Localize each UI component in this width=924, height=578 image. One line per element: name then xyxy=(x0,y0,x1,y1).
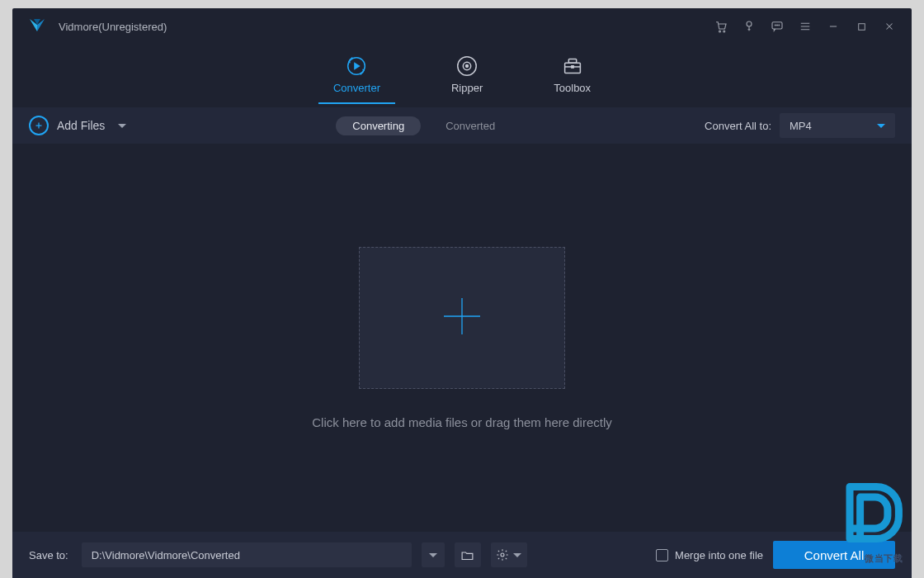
format-value: MP4 xyxy=(790,120,812,132)
format-select[interactable]: MP4 xyxy=(780,113,895,138)
svg-point-0 xyxy=(719,31,721,32)
tab-label: Converter xyxy=(333,82,380,94)
path-dropdown-button[interactable] xyxy=(422,542,445,567)
svg-point-6 xyxy=(779,25,780,26)
key-icon[interactable] xyxy=(735,14,763,39)
svg-point-5 xyxy=(777,25,778,26)
convert-all-button[interactable]: Convert All xyxy=(773,541,895,569)
subbar: Add Files Converting Converted Convert A… xyxy=(12,107,912,144)
convert-all-to-label: Convert All to: xyxy=(705,120,771,132)
drop-zone[interactable] xyxy=(359,247,565,389)
svg-point-4 xyxy=(775,25,776,26)
ripper-icon xyxy=(455,54,479,78)
status-converting[interactable]: Converting xyxy=(336,116,421,135)
drop-instruction: Click here to add media files or drag th… xyxy=(312,415,612,429)
svg-point-1 xyxy=(724,31,725,32)
titlebar: Vidmore(Unregistered) xyxy=(12,8,912,45)
cart-icon[interactable] xyxy=(707,14,735,39)
maximize-button[interactable] xyxy=(847,14,875,39)
close-button[interactable] xyxy=(875,14,903,39)
merge-label: Merge into one file xyxy=(675,549,763,561)
save-path-value: D:\Vidmore\Vidmore\Converted xyxy=(92,549,240,561)
top-tabs: Converter Ripper Toolbox xyxy=(12,45,912,107)
save-path-field[interactable]: D:\Vidmore\Vidmore\Converted xyxy=(82,542,412,567)
tab-label: Toolbox xyxy=(554,82,591,94)
checkbox-icon xyxy=(656,549,668,561)
status-converted[interactable]: Converted xyxy=(446,120,495,132)
svg-rect-16 xyxy=(568,59,576,63)
svg-rect-17 xyxy=(571,65,574,69)
tab-ripper[interactable]: Ripper xyxy=(433,50,501,102)
tab-converter[interactable]: Converter xyxy=(315,50,398,102)
bottombar: Save to: D:\Vidmore\Vidmore\Converted Me… xyxy=(12,532,912,578)
chevron-down-icon xyxy=(877,124,885,128)
svg-marker-9 xyxy=(355,62,361,69)
window-title: Vidmore(Unregistered) xyxy=(59,21,167,33)
converter-icon xyxy=(344,54,369,78)
svg-point-14 xyxy=(466,64,469,67)
svg-point-18 xyxy=(501,553,504,557)
add-files-label: Add Files xyxy=(57,119,105,132)
toolbox-icon xyxy=(560,54,585,78)
convert-all-label: Convert All xyxy=(804,548,865,562)
plus-circle-icon xyxy=(29,116,49,135)
chevron-down-icon xyxy=(118,124,126,128)
settings-button[interactable] xyxy=(491,542,527,567)
svg-rect-7 xyxy=(858,23,865,30)
svg-point-2 xyxy=(747,21,752,26)
browse-folder-button[interactable] xyxy=(455,542,481,567)
minimize-button[interactable] xyxy=(819,14,847,39)
chevron-down-icon xyxy=(513,553,521,557)
tab-label: Ripper xyxy=(451,82,483,94)
app-logo xyxy=(27,17,47,36)
feedback-icon[interactable] xyxy=(763,14,791,39)
main-area: Click here to add media files or drag th… xyxy=(12,144,912,532)
plus-icon xyxy=(441,295,483,341)
menu-icon[interactable] xyxy=(791,14,819,39)
merge-checkbox[interactable]: Merge into one file xyxy=(656,549,763,561)
save-to-label: Save to: xyxy=(29,549,68,561)
chevron-down-icon xyxy=(429,553,437,557)
add-files-button[interactable]: Add Files xyxy=(29,116,126,135)
tab-toolbox[interactable]: Toolbox xyxy=(535,50,609,102)
